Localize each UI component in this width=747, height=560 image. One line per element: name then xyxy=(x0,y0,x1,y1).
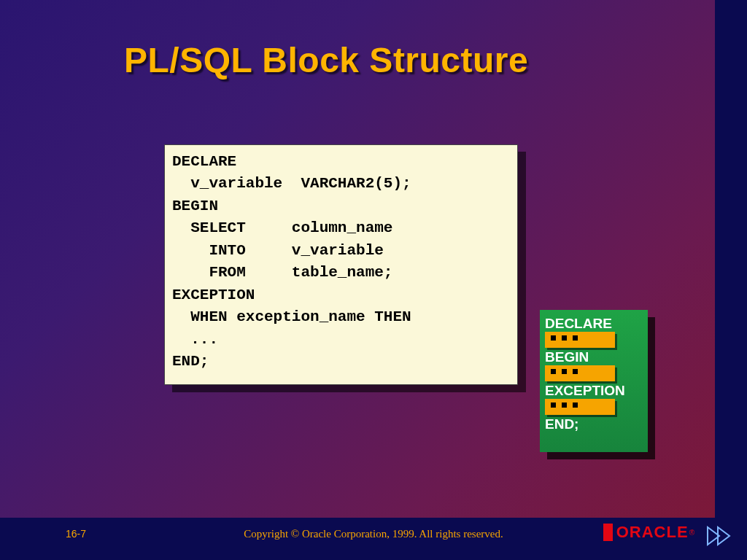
code-line: BEGIN xyxy=(172,198,218,214)
oracle-logo-text: ORACLE xyxy=(616,523,689,542)
code-line: INTO v_variable xyxy=(172,242,384,259)
slide-footer: 16-7 Copyright © Oracle Corporation, 199… xyxy=(0,521,747,558)
mini-exception-bar xyxy=(545,399,643,415)
mini-declare-label: DECLARE xyxy=(545,316,643,330)
oracle-logo-registered: ® xyxy=(689,529,694,537)
code-line: SELECT column_name xyxy=(172,219,392,236)
slide-title: PL/SQL Block Structure xyxy=(124,40,528,80)
code-line: END; xyxy=(172,353,209,370)
mini-end-label: END; xyxy=(545,417,643,431)
slide-body: PL/SQL Block Structure DECLARE v_variabl… xyxy=(0,0,715,518)
code-line: EXCEPTION xyxy=(172,287,255,303)
mini-declare-bar xyxy=(545,332,643,348)
code-line: WHEN exception_name THEN xyxy=(172,308,411,325)
code-line: v_variable VARCHAR2(5); xyxy=(172,175,411,192)
code-line: ... xyxy=(172,331,218,348)
mini-block-structure: DECLARE BEGIN EXCEPTION END; xyxy=(540,310,648,452)
mini-exception-label: EXCEPTION xyxy=(545,384,643,397)
next-slide-icon[interactable] xyxy=(705,526,734,546)
mini-begin-bar xyxy=(545,365,643,381)
oracle-logo-box xyxy=(603,524,613,541)
slide-stage: PL/SQL Block Structure DECLARE v_variabl… xyxy=(0,0,747,560)
code-panel: DECLARE v_variable VARCHAR2(5); BEGIN SE… xyxy=(164,144,518,385)
oracle-logo: ORACLE ® xyxy=(603,523,694,542)
code-line: FROM table_name; xyxy=(172,264,392,281)
code-line: DECLARE xyxy=(172,153,236,170)
mini-begin-label: BEGIN xyxy=(545,350,643,364)
